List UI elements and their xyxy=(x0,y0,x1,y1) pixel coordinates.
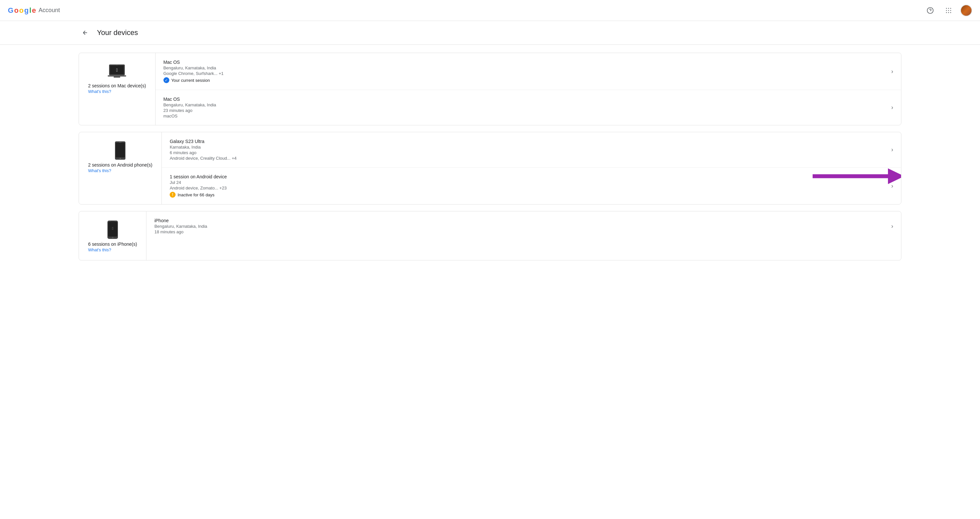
android-whats-this-link[interactable]: What's this? xyxy=(88,168,152,173)
mac-session-2-os: Mac OS xyxy=(164,97,887,102)
svg-point-19 xyxy=(119,158,121,159)
android-sessions: Galaxy S23 Ultra Karnataka, India 6 minu… xyxy=(161,132,901,204)
logo-o2: o xyxy=(19,6,24,15)
android-session-2-chevron: › xyxy=(891,183,893,189)
iphone-session-1-chevron: › xyxy=(891,223,893,230)
android-session-2-location: Jul 24 xyxy=(170,180,887,185)
android-session-2-info: 1 session on Android device Jul 24 Andro… xyxy=(170,174,887,198)
iphone-session-1-os: iPhone xyxy=(154,218,887,223)
mac-laptop-svg:  xyxy=(108,64,126,79)
mac-label-title: 2 sessions on Mac device(s) xyxy=(88,83,146,88)
iphone-device-label: 6 sessions on iPhone(s) What's this? xyxy=(88,241,137,252)
svg-point-3 xyxy=(948,8,949,9)
iphone-card-inner:  6 sessions on iPhone(s) What's this? i… xyxy=(79,211,901,260)
android-session-1[interactable]: Galaxy S23 Ultra Karnataka, India 6 minu… xyxy=(162,132,901,168)
svg-point-9 xyxy=(948,12,949,13)
svg-rect-18 xyxy=(116,143,125,157)
svg-point-7 xyxy=(950,10,951,11)
logo-g: G xyxy=(8,6,13,15)
mac-session-1-os: Mac OS xyxy=(164,60,887,65)
check-circle-icon: ✓ xyxy=(164,77,169,83)
iphone-whats-this-link[interactable]: What's this? xyxy=(88,248,137,252)
iphone-label-title: 6 sessions on iPhone(s) xyxy=(88,241,137,247)
header-right xyxy=(924,4,972,17)
app-name: Account xyxy=(39,7,60,14)
android-device-label: 2 sessions on Android phone(s) What's th… xyxy=(88,162,152,173)
svg-text::  xyxy=(116,67,118,73)
iphone-session-1[interactable]: iPhone Bengaluru, Karnataka, India 18 mi… xyxy=(146,211,901,241)
current-session-text: Your current session xyxy=(171,78,210,83)
svg-point-4 xyxy=(950,8,951,9)
iphone-session-1-info: iPhone Bengaluru, Karnataka, India 18 mi… xyxy=(154,218,887,234)
svg-point-8 xyxy=(946,12,947,13)
logo-e: e xyxy=(32,6,36,15)
logo-o1: o xyxy=(14,6,18,15)
iphone-sessions: iPhone Bengaluru, Karnataka, India 18 mi… xyxy=(146,211,901,260)
mac-whats-this-link[interactable]: What's this? xyxy=(88,89,146,94)
android-session-1-info: Galaxy S23 Ultra Karnataka, India 6 minu… xyxy=(170,139,887,161)
page-title: Your devices xyxy=(97,29,138,37)
mac-session-2-app: macOS xyxy=(164,114,887,119)
back-arrow-icon xyxy=(82,29,88,36)
current-session-badge: ✓ Your current session xyxy=(164,77,887,83)
mac-session-1-chevron: › xyxy=(891,68,893,75)
svg-point-26 xyxy=(112,237,113,238)
svg-rect-20 xyxy=(119,142,121,143)
mac-session-2[interactable]: Mac OS Bengaluru, Karnataka, India 23 mi… xyxy=(156,90,901,125)
mac-session-2-location: Bengaluru, Karnataka, India xyxy=(164,102,887,107)
inactive-warning-text: Inactive for 66 days xyxy=(178,192,215,197)
svg-point-13 xyxy=(117,65,117,65)
svg-rect-15 xyxy=(108,75,126,76)
laptop-icon:  xyxy=(108,62,126,81)
android-label-title: 2 sessions on Android phone(s) xyxy=(88,162,152,168)
android-phone-svg xyxy=(114,141,126,160)
help-button[interactable] xyxy=(924,4,937,17)
iphone-session-1-location: Bengaluru, Karnataka, India xyxy=(154,224,887,229)
mac-session-1-info: Mac OS Bengaluru, Karnataka, India Googl… xyxy=(164,60,887,83)
svg-rect-16 xyxy=(114,76,120,78)
android-icon-section: 2 sessions on Android phone(s) What's th… xyxy=(79,132,161,204)
mac-device-card:  2 sessions on Mac device(s) What's thi… xyxy=(79,53,901,125)
android-session-1-app: Android device, Creality Cloud... +4 xyxy=(170,156,887,161)
android-device-card: 2 sessions on Android phone(s) What's th… xyxy=(79,132,901,205)
iphone-svg:  xyxy=(107,221,119,239)
android-card-inner: 2 sessions on Android phone(s) What's th… xyxy=(79,132,901,204)
mac-sessions: Mac OS Bengaluru, Karnataka, India Googl… xyxy=(155,53,901,125)
mac-session-1-location: Bengaluru, Karnataka, India xyxy=(164,65,887,70)
google-logo: Google xyxy=(8,6,36,15)
header-left: Google Account xyxy=(8,6,60,15)
iphone-session-1-time: 18 minutes ago xyxy=(154,229,887,234)
help-icon xyxy=(927,7,934,14)
svg-text::  xyxy=(112,226,113,231)
android-session-1-os: Galaxy S23 Ultra xyxy=(170,139,887,144)
android-session-1-chevron: › xyxy=(891,146,893,153)
mac-session-2-chevron: › xyxy=(891,104,893,111)
main-content:  2 sessions on Mac device(s) What's thi… xyxy=(0,45,980,268)
apps-button[interactable] xyxy=(942,4,955,17)
iphone-device-card:  6 sessions on iPhone(s) What's this? i… xyxy=(79,211,901,260)
mac-icon-section:  2 sessions on Mac device(s) What's thi… xyxy=(79,53,155,125)
svg-point-5 xyxy=(946,10,947,11)
mac-device-label: 2 sessions on Mac device(s) What's this? xyxy=(88,83,146,94)
back-button[interactable] xyxy=(79,26,92,39)
android-session-1-time: 6 minutes ago xyxy=(170,150,887,155)
svg-point-6 xyxy=(948,10,949,11)
user-avatar[interactable] xyxy=(960,5,972,16)
iphone-icon:  xyxy=(103,221,122,239)
android-session-2-os: 1 session on Android device xyxy=(170,174,887,179)
android-session-2[interactable]: 1 session on Android device Jul 24 Andro… xyxy=(162,168,901,204)
avatar-image xyxy=(961,5,972,16)
header: Google Account xyxy=(0,0,980,21)
apps-icon xyxy=(945,7,952,14)
mac-session-2-info: Mac OS Bengaluru, Karnataka, India 23 mi… xyxy=(164,97,887,119)
android-session-1-location: Karnataka, India xyxy=(170,144,887,149)
svg-point-10 xyxy=(950,12,951,13)
mac-session-2-time: 23 minutes ago xyxy=(164,108,887,113)
svg-rect-25 xyxy=(111,221,115,222)
mac-card-inner:  2 sessions on Mac device(s) What's thi… xyxy=(79,53,901,125)
svg-point-2 xyxy=(946,8,947,9)
inactive-warning-badge: ! Inactive for 66 days xyxy=(170,192,887,198)
mac-session-1[interactable]: Mac OS Bengaluru, Karnataka, India Googl… xyxy=(156,53,901,90)
logo-g2: g xyxy=(24,6,29,15)
iphone-icon-section:  6 sessions on iPhone(s) What's this? xyxy=(79,211,146,260)
